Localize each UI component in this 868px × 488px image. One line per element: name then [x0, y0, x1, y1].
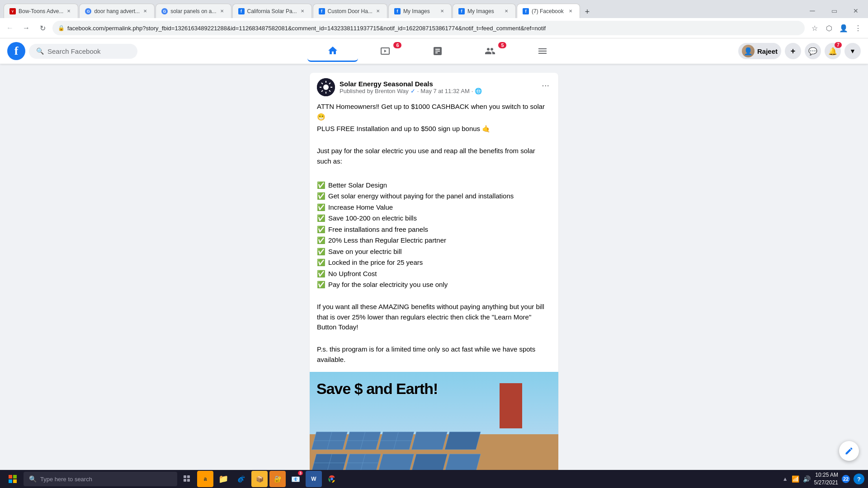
tab-close-5[interactable]: ✕: [374, 8, 382, 15]
post-body: ATTN Homeowners‼️ Get up to $1000 CASHBA…: [310, 96, 558, 372]
tab-title-8: (7) Facebook: [532, 8, 565, 14]
svg-rect-34: [9, 479, 12, 483]
tab-title-5: Custom Door Ha...: [328, 8, 373, 14]
clock[interactable]: 10:25 AM 5/27/2021: [814, 471, 838, 487]
nav-groups[interactable]: 5: [465, 40, 515, 62]
svg-rect-26: [345, 454, 381, 470]
tab-close-6[interactable]: ✕: [439, 8, 446, 15]
post-image[interactable]: Save $ and Earth!: [310, 372, 558, 470]
closing-line1: If you want all these AMAZING benefits w…: [317, 302, 551, 333]
nav-pages[interactable]: [517, 40, 568, 62]
nav-video[interactable]: 6: [360, 40, 410, 62]
checklist-item-2: ✅ Get solar energy without paying for th…: [317, 191, 551, 202]
system-tray: ▲ 📶 🔊: [783, 475, 811, 483]
post-separator: ·: [417, 88, 419, 94]
intro-line3: Just pay for the solar electric you use …: [317, 146, 551, 166]
taskbar-chrome[interactable]: [324, 471, 340, 487]
post-meta: Published by Brenton Way ✓ · May 7 at 11…: [340, 88, 482, 94]
browser-tab-1[interactable]: Y Bow-Toons Adve... ✕: [4, 4, 78, 18]
notifications-button[interactable]: 🔔 7: [825, 43, 841, 59]
browser-tab-6[interactable]: f My Images ✕: [388, 4, 452, 18]
svg-rect-21: [411, 432, 447, 449]
close-button[interactable]: ✕: [845, 4, 866, 18]
create-button[interactable]: +: [785, 43, 801, 59]
browser-tab-7[interactable]: f My Images ✕: [453, 4, 516, 18]
post-page-avatar[interactable]: [317, 78, 335, 96]
mail-badge: 3: [298, 471, 303, 475]
messenger-button[interactable]: 💬: [805, 43, 821, 59]
up-arrow-icon[interactable]: ▲: [783, 476, 788, 482]
action-center-badge[interactable]: 22: [842, 475, 850, 483]
maximize-button[interactable]: ▭: [824, 4, 844, 18]
bookmark-button[interactable]: ☆: [808, 22, 821, 34]
post-page-name[interactable]: Solar Energy Seasonal Deals: [340, 80, 482, 88]
post-more-button[interactable]: ···: [540, 78, 551, 92]
taskbar-word[interactable]: W: [306, 471, 322, 487]
taskbar-edge[interactable]: [233, 471, 250, 487]
browser-tab-5[interactable]: f Custom Door Ha... ✕: [313, 4, 387, 18]
tab-title-1: Bow-Toons Adve...: [19, 8, 63, 14]
tab-close-8[interactable]: ✕: [567, 8, 574, 15]
checklist-item-6: ✅ 20% Less than Regular Electric partner: [317, 235, 551, 246]
svg-rect-29: [378, 454, 414, 470]
new-tab-button[interactable]: +: [581, 5, 594, 18]
volume-icon[interactable]: 🔊: [803, 475, 811, 483]
taskbar-mail[interactable]: 📧 3: [288, 471, 304, 487]
taskbar-search-text: Type here to search: [40, 476, 92, 483]
search-icon: 🔍: [36, 47, 44, 55]
reload-button[interactable]: ↻: [36, 22, 49, 34]
search-bar[interactable]: 🔍 Search Facebook: [29, 44, 137, 59]
svg-rect-31: [445, 454, 481, 470]
network-icon[interactable]: 📶: [792, 475, 799, 483]
nav-marketplace[interactable]: [412, 40, 463, 62]
facebook-nav: 6 5: [137, 40, 738, 62]
back-button[interactable]: ←: [4, 22, 16, 34]
taskbar-pkg[interactable]: 📦: [251, 471, 268, 487]
checklist-item-9: ✅ No Upfront Cost: [317, 269, 551, 279]
tab-close-3[interactable]: ✕: [218, 8, 226, 15]
tab-close-2[interactable]: ✕: [142, 8, 149, 15]
tab-close-4[interactable]: ✕: [299, 8, 306, 15]
right-actions: 👤 Rajeet + 💬 🔔 7 ▼: [738, 43, 861, 59]
checklist: ✅ Better Solar Design ✅ Get solar energy…: [317, 180, 551, 290]
privacy-icon: 🌐: [475, 88, 482, 94]
published-by-text: Published by Brenton Way: [340, 88, 409, 94]
menu-button[interactable]: ⋮: [852, 22, 864, 34]
taskbar-file-explorer[interactable]: 📁: [215, 471, 231, 487]
post-text: ATTN Homeowners‼️ Get up to $1000 CASHBA…: [317, 102, 551, 365]
tab-close-7[interactable]: ✕: [503, 8, 510, 15]
svg-rect-32: [9, 475, 12, 479]
nav-home[interactable]: [307, 40, 358, 62]
browser-tab-2[interactable]: G door hang advert... ✕: [79, 4, 155, 18]
facebook-logo[interactable]: f: [7, 42, 25, 60]
account-button[interactable]: 👤: [837, 22, 850, 34]
search-placeholder-text: Search Facebook: [47, 47, 101, 55]
help-button[interactable]: ?: [854, 474, 864, 484]
solar-image-banner: Save $ and Earth!: [310, 372, 558, 470]
post-separator2: ·: [472, 88, 473, 94]
svg-text:Y: Y: [11, 9, 14, 14]
tab-title-7: My Images: [467, 8, 501, 14]
intro-line2: PLUS FREE Installation and up to $500 si…: [317, 124, 551, 134]
extensions-button[interactable]: ⬡: [823, 22, 835, 34]
write-button[interactable]: [839, 441, 859, 461]
taskbar-search-icon: 🔍: [29, 475, 37, 483]
tab-close-1[interactable]: ✕: [65, 8, 72, 15]
address-bar[interactable]: 🔒 facebook.com/permalink.php?story_fbid=…: [52, 21, 805, 35]
post-name-meta: Solar Energy Seasonal Deals Published by…: [340, 80, 482, 94]
browser-tab-8[interactable]: f (7) Facebook ✕: [517, 4, 580, 18]
start-button[interactable]: [4, 471, 22, 487]
task-view-button[interactable]: [179, 471, 195, 487]
svg-rect-35: [13, 479, 17, 483]
taskbar-amazon[interactable]: a: [197, 471, 213, 487]
forward-button[interactable]: →: [20, 22, 33, 34]
minimize-button[interactable]: ─: [802, 4, 823, 18]
svg-rect-23: [311, 454, 347, 470]
settings-dropdown-button[interactable]: ▼: [844, 43, 861, 59]
browser-tab-4[interactable]: f California Solar Pa... ✕: [232, 4, 312, 18]
browser-tab-3[interactable]: G solar panels on a... ✕: [156, 4, 231, 18]
taskbar-search[interactable]: 🔍 Type here to search: [24, 472, 177, 486]
user-profile-button[interactable]: 👤 Rajeet: [738, 43, 781, 59]
taskbar-lock[interactable]: 🔐: [269, 471, 286, 487]
video-badge: 6: [393, 42, 401, 48]
